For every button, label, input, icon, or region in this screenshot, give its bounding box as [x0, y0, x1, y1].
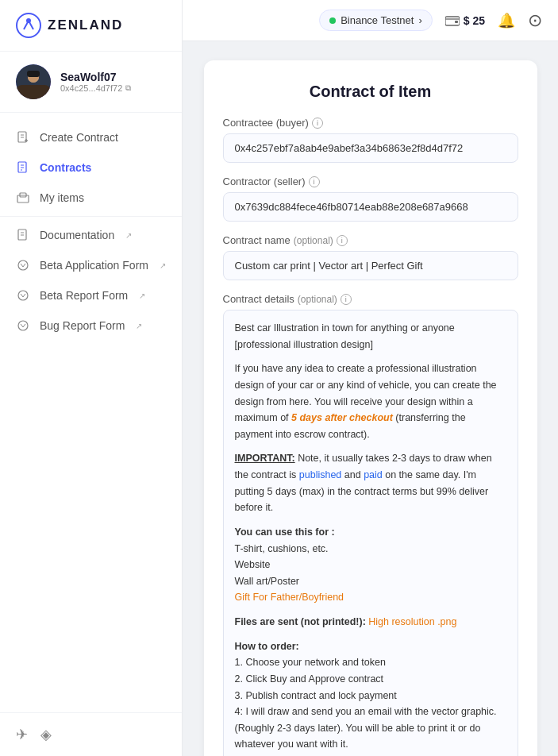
contract-name-optional: (optional)	[294, 235, 333, 246]
contract-name-input[interactable]	[223, 251, 518, 280]
navigation: Create Contract Contracts My items	[0, 113, 182, 712]
contract-name-info-icon[interactable]: i	[337, 235, 348, 246]
user-section: SeaWolf07 0x4c25...4d7f72 ⧉	[0, 52, 182, 113]
details-para-1: If you have any idea to create a profess…	[235, 361, 506, 442]
external-link-icon: ↗	[125, 231, 132, 240]
sidebar-item-contracts-label: Contracts	[40, 161, 91, 174]
network-status-dot	[329, 17, 336, 24]
user-address: 0x4c25...4d7f72 ⧉	[60, 83, 131, 93]
bug-report-icon	[16, 318, 30, 333]
svg-point-23	[18, 321, 28, 330]
zenland-logo-icon	[16, 13, 41, 38]
contractor-field: Contractor (seller) i	[223, 176, 518, 222]
username: SeaWolf07	[60, 71, 131, 83]
contractor-info-icon[interactable]: i	[309, 176, 320, 187]
telegram-icon[interactable]: ✈	[16, 726, 28, 743]
contract-card: Contract of Item Contractee (buyer) i Co…	[204, 60, 537, 756]
create-contract-icon	[16, 130, 30, 145]
external-link-icon-2: ↗	[160, 261, 166, 270]
sidebar-item-bug-report-label: Bug Report Form	[40, 319, 125, 332]
details-para-5: How to order:1. Choose your network and …	[235, 638, 506, 753]
contract-details-info-icon[interactable]: i	[341, 294, 352, 305]
sidebar-item-create-contract[interactable]: Create Contract	[0, 122, 182, 152]
contract-name-field: Contract name (optional) i	[223, 234, 518, 280]
external-link-icon-4: ↗	[136, 322, 142, 330]
details-para-3: You can use this for :T-shirt, cushions,…	[235, 524, 506, 606]
sidebar: ZENLAND SeaWolf07 0x4c25...4d7f72 ⧉	[0, 0, 183, 756]
svg-rect-4	[16, 85, 51, 99]
sidebar-item-documentation-label: Documentation	[40, 229, 114, 241]
sidebar-item-contracts[interactable]: Contracts	[0, 152, 182, 183]
wallet-balance: $ 25	[445, 14, 485, 27]
content-area: Contract of Item Contractee (buyer) i Co…	[183, 41, 558, 756]
details-para-4: Files are sent (not printed!): High reso…	[235, 614, 506, 631]
svg-point-21	[18, 260, 28, 270]
user-info: SeaWolf07 0x4c25...4d7f72 ⧉	[60, 71, 131, 93]
nav-divider	[0, 216, 182, 217]
contract-details-label: Contract details (optional) i	[223, 293, 518, 305]
svg-rect-16	[17, 195, 29, 202]
contractor-input[interactable]	[223, 192, 518, 222]
notification-bell-icon[interactable]: 🔔	[498, 13, 515, 29]
logo-text: ZENLAND	[48, 17, 123, 33]
account-icon[interactable]: ⊙	[528, 10, 542, 31]
contract-details-optional: (optional)	[298, 294, 337, 305]
wallet-icon	[445, 15, 460, 26]
sidebar-item-beta-application-label: Beta Application Form	[40, 259, 148, 272]
external-link-icon-3: ↗	[139, 291, 145, 300]
sidebar-item-bug-report[interactable]: Bug Report Form ↗	[0, 310, 182, 341]
discord-icon[interactable]: ◈	[40, 726, 52, 743]
svg-point-0	[17, 14, 40, 37]
balance-amount: $ 25	[464, 14, 485, 27]
contractee-input[interactable]	[223, 133, 518, 163]
avatar	[16, 64, 51, 99]
notification-area[interactable]: 🔔	[498, 12, 515, 29]
sidebar-footer: ✈ ◈	[0, 712, 182, 756]
my-items-icon	[16, 191, 30, 205]
details-para-2: IMPORTANT: Note, it usually takes 2-3 da…	[235, 450, 506, 516]
details-para-0: Best car Illustration in town for anythi…	[235, 320, 506, 353]
sidebar-item-create-contract-label: Create Contract	[40, 131, 118, 144]
contracts-icon	[16, 160, 30, 175]
svg-rect-25	[455, 21, 458, 23]
network-selector[interactable]: Binance Testnet ›	[319, 10, 433, 31]
svg-point-22	[18, 291, 28, 300]
contract-name-label: Contract name (optional) i	[223, 234, 518, 246]
contract-details-field: Contract details (optional) i Best car I…	[223, 293, 518, 756]
logo-area: ZENLAND	[0, 0, 182, 52]
contractee-info-icon[interactable]: i	[312, 118, 323, 129]
sidebar-item-my-items-label: My items	[40, 191, 84, 204]
sidebar-item-my-items[interactable]: My items	[0, 183, 182, 213]
sidebar-item-beta-application[interactable]: Beta Application Form ↗	[0, 250, 182, 280]
documentation-icon	[16, 228, 30, 242]
topbar: Binance Testnet › $ 25 🔔 ⊙	[183, 0, 558, 41]
contractor-label: Contractor (seller) i	[223, 176, 518, 187]
network-label: Binance Testnet	[341, 14, 414, 26]
svg-point-1	[26, 18, 31, 23]
sidebar-item-beta-report[interactable]: Beta Report Form ↗	[0, 280, 182, 310]
contract-details-content: Best car Illustration in town for anythi…	[223, 310, 518, 756]
beta-application-icon	[16, 258, 30, 272]
contractee-field: Contractee (buyer) i	[223, 117, 518, 163]
contractee-label: Contractee (buyer) i	[223, 117, 518, 129]
sidebar-item-documentation[interactable]: Documentation ↗	[0, 220, 182, 250]
main-area: Binance Testnet › $ 25 🔔 ⊙ Contract of I…	[183, 0, 558, 756]
network-chevron: ›	[418, 14, 421, 26]
beta-report-icon	[16, 288, 30, 303]
sidebar-item-beta-report-label: Beta Report Form	[40, 289, 128, 302]
contract-title: Contract of Item	[223, 83, 518, 101]
copy-address-icon[interactable]: ⧉	[125, 83, 131, 93]
svg-rect-6	[27, 71, 40, 77]
